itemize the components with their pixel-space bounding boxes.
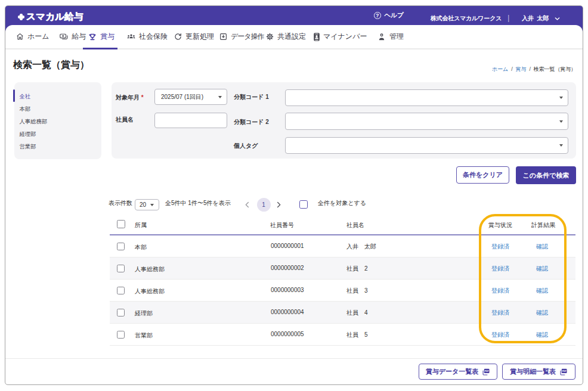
svg-text:PDF: PDF [485, 370, 490, 373]
svg-text:PDF: PDF [562, 370, 567, 373]
